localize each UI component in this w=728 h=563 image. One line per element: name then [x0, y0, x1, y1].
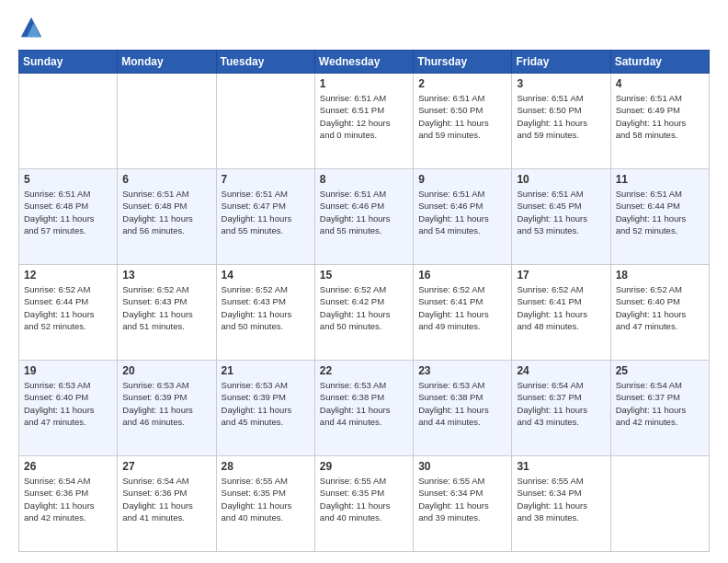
calendar-cell: 21Sunrise: 6:53 AM Sunset: 6:39 PM Dayli…	[216, 361, 314, 456]
cell-details: Sunrise: 6:53 AM Sunset: 6:39 PM Dayligh…	[222, 379, 310, 428]
weekday-header-wednesday: Wednesday	[314, 51, 413, 74]
cell-details: Sunrise: 6:53 AM Sunset: 6:39 PM Dayligh…	[122, 379, 210, 428]
cell-details: Sunrise: 6:51 AM Sunset: 6:45 PM Dayligh…	[517, 188, 605, 236]
day-number: 13	[122, 269, 210, 282]
day-number: 27	[122, 460, 210, 473]
cell-details: Sunrise: 6:51 AM Sunset: 6:46 PM Dayligh…	[418, 188, 506, 236]
day-number: 16	[418, 269, 506, 282]
cell-details: Sunrise: 6:53 AM Sunset: 6:38 PM Dayligh…	[320, 379, 408, 428]
day-number: 14	[222, 269, 310, 282]
cell-details: Sunrise: 6:53 AM Sunset: 6:38 PM Dayligh…	[418, 379, 506, 428]
cell-details: Sunrise: 6:52 AM Sunset: 6:43 PM Dayligh…	[222, 283, 310, 332]
cell-details: Sunrise: 6:51 AM Sunset: 6:50 PM Dayligh…	[517, 92, 605, 141]
calendar-row: 5Sunrise: 6:51 AM Sunset: 6:48 PM Daylig…	[19, 169, 710, 265]
calendar-table: SundayMondayTuesdayWednesdayThursdayFrid…	[18, 50, 710, 552]
calendar-cell: 18Sunrise: 6:52 AM Sunset: 6:40 PM Dayli…	[610, 265, 709, 361]
cell-details: Sunrise: 6:51 AM Sunset: 6:49 PM Dayligh…	[616, 92, 704, 141]
weekday-header-row: SundayMondayTuesdayWednesdayThursdayFrid…	[19, 51, 710, 74]
day-number: 17	[517, 269, 605, 282]
calendar-cell: 14Sunrise: 6:52 AM Sunset: 6:43 PM Dayli…	[216, 265, 314, 361]
day-number: 26	[24, 460, 112, 473]
cell-details: Sunrise: 6:54 AM Sunset: 6:37 PM Dayligh…	[616, 379, 704, 428]
cell-details: Sunrise: 6:53 AM Sunset: 6:40 PM Dayligh…	[24, 379, 112, 428]
day-number: 25	[616, 364, 704, 377]
calendar-cell: 10Sunrise: 6:51 AM Sunset: 6:45 PM Dayli…	[512, 169, 610, 265]
cell-details: Sunrise: 6:51 AM Sunset: 6:50 PM Dayligh…	[418, 92, 506, 141]
calendar-cell: 22Sunrise: 6:53 AM Sunset: 6:38 PM Dayli…	[314, 361, 413, 456]
calendar-cell: 3Sunrise: 6:51 AM Sunset: 6:50 PM Daylig…	[512, 74, 610, 169]
day-number: 19	[24, 364, 112, 377]
calendar-cell: 26Sunrise: 6:54 AM Sunset: 6:36 PM Dayli…	[19, 456, 118, 552]
weekday-header-tuesday: Tuesday	[216, 51, 314, 74]
day-number: 6	[122, 173, 210, 186]
calendar-cell	[118, 74, 216, 169]
calendar-cell: 1Sunrise: 6:51 AM Sunset: 6:51 PM Daylig…	[314, 74, 413, 169]
cell-details: Sunrise: 6:54 AM Sunset: 6:37 PM Dayligh…	[517, 379, 605, 428]
day-number: 29	[320, 460, 408, 473]
cell-details: Sunrise: 6:52 AM Sunset: 6:41 PM Dayligh…	[517, 283, 605, 332]
cell-details: Sunrise: 6:51 AM Sunset: 6:47 PM Dayligh…	[222, 188, 310, 236]
calendar-cell: 31Sunrise: 6:55 AM Sunset: 6:34 PM Dayli…	[512, 456, 610, 552]
day-number: 23	[418, 364, 506, 377]
calendar-cell: 15Sunrise: 6:52 AM Sunset: 6:42 PM Dayli…	[314, 265, 413, 361]
day-number: 28	[222, 460, 310, 473]
day-number: 10	[517, 173, 605, 186]
calendar-cell: 12Sunrise: 6:52 AM Sunset: 6:44 PM Dayli…	[19, 265, 118, 361]
day-number: 9	[418, 173, 506, 186]
calendar-row: 12Sunrise: 6:52 AM Sunset: 6:44 PM Dayli…	[19, 265, 710, 361]
cell-details: Sunrise: 6:51 AM Sunset: 6:51 PM Dayligh…	[320, 92, 408, 141]
day-number: 5	[24, 173, 112, 186]
calendar-cell: 4Sunrise: 6:51 AM Sunset: 6:49 PM Daylig…	[610, 74, 709, 169]
day-number: 15	[320, 269, 408, 282]
calendar-cell: 23Sunrise: 6:53 AM Sunset: 6:38 PM Dayli…	[414, 361, 512, 456]
calendar-cell: 7Sunrise: 6:51 AM Sunset: 6:47 PM Daylig…	[216, 169, 314, 265]
calendar-cell: 30Sunrise: 6:55 AM Sunset: 6:34 PM Dayli…	[414, 456, 512, 552]
weekday-header-monday: Monday	[118, 51, 216, 74]
day-number: 11	[616, 173, 704, 186]
weekday-header-saturday: Saturday	[610, 51, 709, 74]
cell-details: Sunrise: 6:51 AM Sunset: 6:48 PM Dayligh…	[122, 188, 210, 236]
day-number: 31	[517, 460, 605, 473]
day-number: 2	[418, 77, 506, 90]
calendar-cell: 27Sunrise: 6:54 AM Sunset: 6:36 PM Dayli…	[118, 456, 216, 552]
calendar-row: 19Sunrise: 6:53 AM Sunset: 6:40 PM Dayli…	[19, 361, 710, 456]
cell-details: Sunrise: 6:52 AM Sunset: 6:41 PM Dayligh…	[418, 283, 506, 332]
cell-details: Sunrise: 6:54 AM Sunset: 6:36 PM Dayligh…	[122, 475, 210, 523]
calendar-cell: 9Sunrise: 6:51 AM Sunset: 6:46 PM Daylig…	[414, 169, 512, 265]
calendar-cell: 28Sunrise: 6:55 AM Sunset: 6:35 PM Dayli…	[216, 456, 314, 552]
calendar-cell	[216, 74, 314, 169]
day-number: 4	[616, 77, 704, 90]
cell-details: Sunrise: 6:51 AM Sunset: 6:48 PM Dayligh…	[24, 188, 112, 236]
day-number: 8	[320, 173, 408, 186]
calendar-cell: 13Sunrise: 6:52 AM Sunset: 6:43 PM Dayli…	[118, 265, 216, 361]
calendar-cell	[610, 456, 709, 552]
calendar-cell: 20Sunrise: 6:53 AM Sunset: 6:39 PM Dayli…	[118, 361, 216, 456]
logo-icon	[18, 15, 44, 40]
cell-details: Sunrise: 6:55 AM Sunset: 6:34 PM Dayligh…	[418, 475, 506, 523]
calendar-cell: 6Sunrise: 6:51 AM Sunset: 6:48 PM Daylig…	[118, 169, 216, 265]
day-number: 18	[616, 269, 704, 282]
calendar-cell: 19Sunrise: 6:53 AM Sunset: 6:40 PM Dayli…	[19, 361, 118, 456]
weekday-header-sunday: Sunday	[19, 51, 118, 74]
calendar-cell	[19, 74, 118, 169]
calendar-cell: 16Sunrise: 6:52 AM Sunset: 6:41 PM Dayli…	[414, 265, 512, 361]
day-number: 20	[122, 364, 210, 377]
day-number: 12	[24, 269, 112, 282]
calendar-cell: 8Sunrise: 6:51 AM Sunset: 6:46 PM Daylig…	[314, 169, 413, 265]
cell-details: Sunrise: 6:52 AM Sunset: 6:42 PM Dayligh…	[320, 283, 408, 332]
calendar-cell: 17Sunrise: 6:52 AM Sunset: 6:41 PM Dayli…	[512, 265, 610, 361]
weekday-header-thursday: Thursday	[414, 51, 512, 74]
weekday-header-friday: Friday	[512, 51, 610, 74]
calendar-cell: 5Sunrise: 6:51 AM Sunset: 6:48 PM Daylig…	[19, 169, 118, 265]
cell-details: Sunrise: 6:51 AM Sunset: 6:46 PM Dayligh…	[320, 188, 408, 236]
day-number: 7	[222, 173, 310, 186]
calendar-row: 1Sunrise: 6:51 AM Sunset: 6:51 PM Daylig…	[19, 74, 710, 169]
page: SundayMondayTuesdayWednesdayThursdayFrid…	[0, 0, 728, 563]
day-number: 24	[517, 364, 605, 377]
day-number: 3	[517, 77, 605, 90]
cell-details: Sunrise: 6:52 AM Sunset: 6:44 PM Dayligh…	[24, 283, 112, 332]
calendar-cell: 11Sunrise: 6:51 AM Sunset: 6:44 PM Dayli…	[610, 169, 709, 265]
day-number: 21	[222, 364, 310, 377]
day-number: 30	[418, 460, 506, 473]
cell-details: Sunrise: 6:54 AM Sunset: 6:36 PM Dayligh…	[24, 475, 112, 523]
